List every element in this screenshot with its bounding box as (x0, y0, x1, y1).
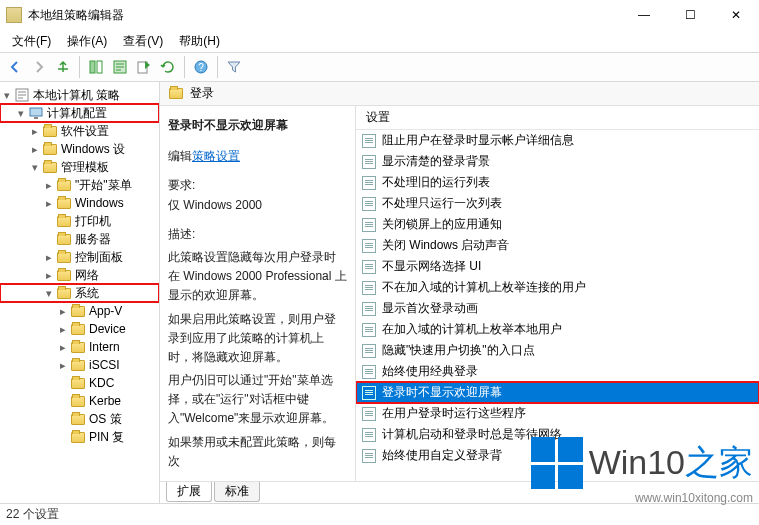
menu-action[interactable]: 操作(A) (59, 31, 115, 52)
tree-servers[interactable]: 服务器 (0, 230, 159, 248)
up-button[interactable] (52, 56, 74, 78)
setting-row[interactable]: 显示清楚的登录背景 (356, 151, 759, 172)
export-button[interactable] (133, 56, 155, 78)
refresh-button[interactable] (157, 56, 179, 78)
tab-standard[interactable]: 标准 (214, 482, 260, 502)
setting-label: 隐藏"快速用户切换"的入口点 (382, 342, 535, 359)
forward-button[interactable] (28, 56, 50, 78)
setting-label: 在用户登录时运行这些程序 (382, 405, 526, 422)
folder-icon (70, 411, 86, 427)
policy-item-icon (362, 365, 376, 379)
tree-device[interactable]: ▸Device (0, 320, 159, 338)
selected-policy-title: 登录时不显示欢迎屏幕 (168, 116, 347, 135)
edit-policy-link[interactable]: 策略设置 (192, 149, 240, 163)
show-hide-tree-button[interactable] (85, 56, 107, 78)
minimize-button[interactable]: — (621, 0, 667, 30)
folder-icon (168, 86, 184, 102)
setting-label: 显示首次登录动画 (382, 300, 478, 317)
app-icon (6, 7, 22, 23)
folder-icon (70, 339, 86, 355)
description-p3: 用户仍旧可以通过"开始"菜单选择，或在"运行"对话框中键入"Welcome"来显… (168, 371, 347, 429)
tree-admin-templates[interactable]: ▾管理模板 (0, 158, 159, 176)
window-controls: — ☐ ✕ (621, 0, 759, 30)
setting-label: 不显示网络选择 UI (382, 258, 481, 275)
setting-row[interactable]: 始终使用经典登录 (356, 361, 759, 382)
setting-row[interactable]: 计算机启动和登录时总是等待网络 (356, 424, 759, 445)
tree-start-menu[interactable]: ▸"开始"菜单 (0, 176, 159, 194)
folder-icon (42, 141, 58, 157)
titlebar: 本地组策略编辑器 — ☐ ✕ (0, 0, 759, 30)
setting-row[interactable]: 不在加入域的计算机上枚举连接的用户 (356, 277, 759, 298)
settings-list[interactable]: 设置 阻止用户在登录时显示帐户详细信息显示清楚的登录背景不处理旧的运行列表不处理… (356, 106, 759, 481)
tree-label: PIN 复 (89, 429, 124, 446)
folder-icon (56, 177, 72, 193)
svg-rect-8 (34, 117, 38, 119)
tree-pane[interactable]: ▾本地计算机 策略 ▾计算机配置 ▸软件设置 ▸Windows 设 ▾管理模板 … (0, 82, 160, 503)
menu-view[interactable]: 查看(V) (115, 31, 171, 52)
tree-label: Kerbe (89, 394, 121, 408)
folder-icon (70, 375, 86, 391)
menu-file[interactable]: 文件(F) (4, 31, 59, 52)
setting-row[interactable]: 显示首次登录动画 (356, 298, 759, 319)
tree-software[interactable]: ▸软件设置 (0, 122, 159, 140)
tree-kerbe[interactable]: Kerbe (0, 392, 159, 410)
setting-row[interactable]: 关闭锁屏上的应用通知 (356, 214, 759, 235)
policy-item-icon (362, 155, 376, 169)
tree-control-panel[interactable]: ▸控制面板 (0, 248, 159, 266)
setting-row[interactable]: 阻止用户在登录时显示帐户详细信息 (356, 130, 759, 151)
setting-row[interactable]: 关闭 Windows 启动声音 (356, 235, 759, 256)
description-p4: 如果禁用或未配置此策略，则每次 (168, 433, 347, 471)
properties-button[interactable] (109, 56, 131, 78)
tree-label: 打印机 (75, 213, 111, 230)
folder-icon (70, 393, 86, 409)
tree-label: 本地计算机 策略 (33, 87, 120, 104)
setting-row[interactable]: 在用户登录时运行这些程序 (356, 403, 759, 424)
tree-label: 软件设置 (61, 123, 109, 140)
description-p2: 如果启用此策略设置，则用户登录到应用了此策略的计算机上时，将隐藏欢迎屏幕。 (168, 310, 347, 368)
policy-item-icon (362, 197, 376, 211)
tree-root[interactable]: ▾本地计算机 策略 (0, 86, 159, 104)
policy-item-icon (362, 302, 376, 316)
folder-icon (70, 357, 86, 373)
tree-windows-settings[interactable]: ▸Windows 设 (0, 140, 159, 158)
setting-row[interactable]: 始终使用自定义登录背 (356, 445, 759, 466)
filter-button[interactable] (223, 56, 245, 78)
tree-app-v[interactable]: ▸App-V (0, 302, 159, 320)
setting-label: 登录时不显示欢迎屏幕 (382, 384, 502, 401)
tree-system[interactable]: ▾系统 (0, 284, 159, 302)
tree-windows[interactable]: ▸Windows (0, 194, 159, 212)
folder-icon (42, 159, 58, 175)
folder-icon (42, 123, 58, 139)
tree-intern[interactable]: ▸Intern (0, 338, 159, 356)
tree-printers[interactable]: 打印机 (0, 212, 159, 230)
tree-iscsi[interactable]: ▸iSCSI (0, 356, 159, 374)
tree-pin-recovery[interactable]: PIN 复 (0, 428, 159, 446)
setting-row[interactable]: 不处理只运行一次列表 (356, 193, 759, 214)
settings-header[interactable]: 设置 (356, 106, 759, 130)
setting-row[interactable]: 不显示网络选择 UI (356, 256, 759, 277)
menu-help[interactable]: 帮助(H) (171, 31, 228, 52)
setting-row[interactable]: 在加入域的计算机上枚举本地用户 (356, 319, 759, 340)
folder-icon (56, 285, 72, 301)
menubar: 文件(F) 操作(A) 查看(V) 帮助(H) (0, 30, 759, 52)
tree-computer-config[interactable]: ▾计算机配置 (0, 104, 159, 122)
close-button[interactable]: ✕ (713, 0, 759, 30)
svg-text:?: ? (198, 62, 204, 73)
tree-os-policy[interactable]: OS 策 (0, 410, 159, 428)
setting-row[interactable]: 隐藏"快速用户切换"的入口点 (356, 340, 759, 361)
tree-label: Intern (89, 340, 120, 354)
setting-row[interactable]: 登录时不显示欢迎屏幕 (356, 382, 759, 403)
tab-extended[interactable]: 扩展 (166, 482, 212, 502)
folder-icon (70, 321, 86, 337)
tree-kdc[interactable]: KDC (0, 374, 159, 392)
setting-label: 显示清楚的登录背景 (382, 153, 490, 170)
help-button[interactable]: ? (190, 56, 212, 78)
setting-row[interactable]: 不处理旧的运行列表 (356, 172, 759, 193)
setting-label: 关闭 Windows 启动声音 (382, 237, 509, 254)
back-button[interactable] (4, 56, 26, 78)
toolbar: ? (0, 52, 759, 82)
maximize-button[interactable]: ☐ (667, 0, 713, 30)
svg-rect-0 (90, 61, 95, 73)
tree-network[interactable]: ▸网络 (0, 266, 159, 284)
policy-item-icon (362, 260, 376, 274)
